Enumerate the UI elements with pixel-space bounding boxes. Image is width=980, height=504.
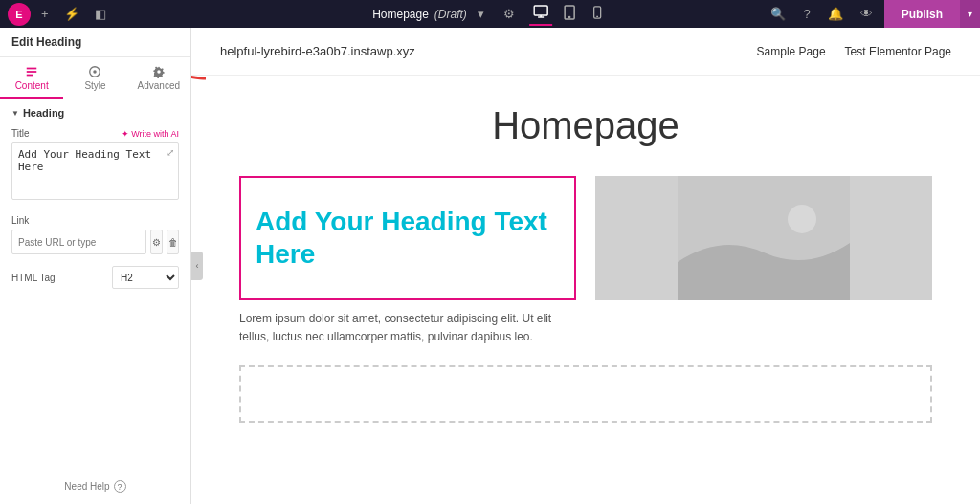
svg-rect-0	[534, 6, 547, 15]
site-header: helpful-lyrebird-e3a0b7.instawp.xyz Samp…	[191, 28, 980, 76]
view-icons	[529, 2, 608, 26]
nav-test-elementor[interactable]: Test Elementor Page	[845, 45, 951, 58]
top-bar-left: E + ⚡ ◧	[0, 3, 111, 26]
link-field-label: Link	[11, 215, 179, 226]
link-settings-button[interactable]: ⚙	[150, 230, 163, 254]
site-domain: helpful-lyrebird-e3a0b7.instawp.xyz	[220, 44, 415, 58]
page-name: Homepage	[372, 8, 429, 21]
lorem-text: Lorem ipsum dolor sit amet, consectetur …	[239, 310, 584, 346]
ai-write-button[interactable]: ✦ Write with AI	[122, 129, 179, 139]
page-content: Homepage Add Your Heading Text Here	[191, 76, 980, 504]
page-title-area: Homepage (Draft) ▾	[372, 5, 489, 23]
svg-point-4	[568, 17, 569, 18]
publish-button[interactable]: Publish	[884, 0, 960, 28]
preview-button[interactable]: 👁	[855, 5, 879, 23]
nav-sample-page[interactable]: Sample Page	[757, 45, 826, 58]
canvas-area: helpful-lyrebird-e3a0b7.instawp.xyz Samp…	[191, 28, 980, 504]
svg-rect-7	[27, 68, 37, 70]
tablet-view-button[interactable]	[558, 3, 581, 25]
search-button[interactable]: 🔍	[765, 5, 791, 23]
svg-point-14	[788, 205, 816, 233]
help-button[interactable]: ?	[797, 5, 815, 23]
tab-advanced[interactable]: Advanced	[127, 57, 190, 99]
image-placeholder[interactable]	[595, 176, 932, 300]
title-textarea-wrapper: Add Your Heading Text Here ⤢	[11, 142, 179, 204]
heading-text: Add Your Heading Text Here	[256, 206, 560, 270]
link-remove-button[interactable]: 🗑	[167, 230, 179, 254]
publish-dropdown-button[interactable]: ▾	[960, 0, 980, 28]
settings-icon-button[interactable]: ⚙	[499, 5, 520, 23]
html-tag-label: HTML Tag	[11, 273, 56, 283]
heading-block[interactable]: Add Your Heading Text Here	[239, 176, 576, 300]
sidebar-collapse-tab[interactable]: ‹	[191, 252, 203, 280]
tab-style[interactable]: Style	[63, 57, 126, 99]
page-settings-dropdown[interactable]: ▾	[473, 5, 489, 23]
tab-style-label: Style	[84, 80, 105, 91]
html-tag-row: HTML Tag H2 H1 H3 H4 H5 H6 div span p	[11, 266, 179, 289]
tab-content-label: Content	[15, 80, 49, 91]
svg-point-11	[94, 70, 98, 74]
mobile-view-button[interactable]	[587, 4, 608, 24]
section-title: Heading	[11, 107, 179, 119]
sidebar-header: Edit Heading	[0, 28, 190, 57]
layers-button[interactable]: ◧	[90, 5, 111, 23]
notification-button[interactable]: 🔔	[822, 5, 849, 23]
html-tag-select[interactable]: H2 H1 H3 H4 H5 H6 div span p	[112, 266, 179, 289]
title-field-label: Title ✦ Write with AI	[11, 128, 179, 139]
history-button[interactable]: ⚡	[59, 5, 84, 23]
top-bar: E + ⚡ ◧ Homepage (Draft) ▾ ⚙ 🔍 ? 🔔 👁	[0, 0, 980, 28]
need-help[interactable]: Need Help ?	[0, 469, 190, 504]
desktop-view-button[interactable]	[529, 2, 552, 26]
tab-content[interactable]: Content	[0, 57, 63, 99]
content-grid: Add Your Heading Text Here	[239, 176, 932, 300]
title-textarea[interactable]: Add Your Heading Text Here	[11, 142, 179, 200]
draft-label: (Draft)	[434, 8, 467, 21]
svg-rect-8	[27, 71, 37, 73]
top-bar-center: Homepage (Draft) ▾ ⚙	[372, 2, 608, 26]
add-element-button[interactable]: +	[36, 5, 54, 23]
tab-advanced-label: Advanced	[138, 80, 180, 91]
svg-rect-9	[27, 75, 33, 77]
site-nav: Sample Page Test Elementor Page	[757, 45, 951, 58]
heading-section: Heading Title ✦ Write with AI Add Your H…	[0, 99, 190, 304]
help-circle-icon: ?	[114, 480, 126, 493]
need-help-label: Need Help	[64, 481, 109, 492]
sidebar: Edit Heading Content Style Advanced Head…	[0, 28, 191, 504]
link-field-wrapper: ⚙ 🗑	[11, 230, 179, 254]
top-bar-right: 🔍 ? 🔔 👁 Publish ▾	[765, 0, 980, 28]
publish-btn-group: Publish ▾	[884, 0, 980, 28]
elementor-logo[interactable]: E	[8, 3, 31, 26]
sidebar-tabs: Content Style Advanced	[0, 57, 190, 99]
page-heading: Homepage	[239, 104, 932, 147]
main-layout: Edit Heading Content Style Advanced Head…	[0, 28, 980, 504]
bottom-dashed-section[interactable]	[239, 365, 932, 423]
textarea-expand-icon: ⤢	[167, 147, 174, 158]
link-input[interactable]	[11, 230, 146, 254]
